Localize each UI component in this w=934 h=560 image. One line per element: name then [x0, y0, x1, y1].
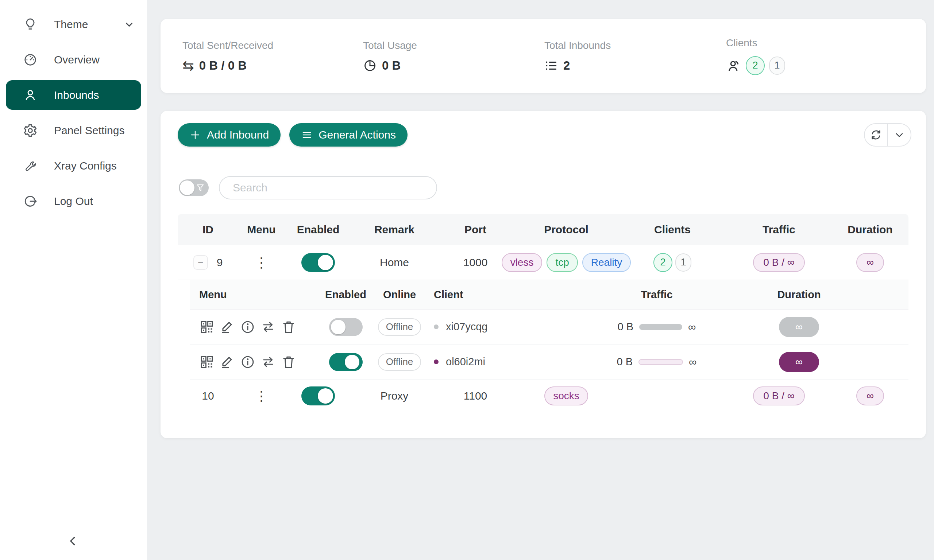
refresh-icon [869, 128, 883, 142]
protocol-tag: vless [502, 253, 543, 272]
toggle-knob [331, 320, 345, 334]
traffic-limit: ∞ [688, 321, 696, 333]
general-actions-button[interactable]: General Actions [289, 123, 407, 146]
inbounds-card: Add Inbound General Actions [160, 111, 926, 438]
pie-chart-icon [363, 59, 377, 72]
traffic-cell: 0 B ∞ [575, 321, 739, 333]
traffic-limit: ∞ [689, 356, 697, 368]
sidebar-menu: Theme Overview Inbounds Panel Settings [0, 0, 147, 219]
refresh-button[interactable] [865, 124, 888, 146]
enabled-toggle[interactable] [301, 386, 335, 405]
search-input[interactable] [219, 176, 437, 199]
sidebar-item-theme[interactable]: Theme [0, 6, 147, 42]
stat-value: 0 B / 0 B [199, 59, 247, 72]
menu-cell: ⋮ [238, 389, 285, 403]
sidebar-item-label: Xray Configs [54, 160, 117, 172]
sidebar-item-log-out[interactable]: Log Out [0, 183, 147, 219]
sidebar-item-xray-configs[interactable]: Xray Configs [0, 148, 147, 183]
enabled-cell [285, 253, 352, 272]
kebab-menu-icon[interactable]: ⋮ [255, 255, 268, 269]
client-enabled-toggle[interactable] [329, 353, 363, 371]
traffic-progress-bar [639, 324, 682, 330]
stat-total-usage: Total Usage 0 B [363, 40, 544, 72]
info-icon[interactable] [240, 354, 255, 370]
id-cell: − 9 [178, 255, 238, 270]
sidebar-collapse-button[interactable] [63, 531, 83, 551]
filter-toggle[interactable] [179, 179, 209, 196]
remark-cell: Proxy [352, 390, 437, 402]
reset-traffic-icon[interactable] [260, 354, 276, 370]
traffic-cell: 0 B ∞ [575, 356, 739, 368]
sidebar-item-panel-settings[interactable]: Panel Settings [0, 113, 147, 148]
minus-icon: − [198, 257, 203, 268]
duration-pill: ∞ [779, 352, 819, 372]
sidebar-item-inbounds[interactable]: Inbounds [6, 80, 141, 110]
duration-cell: ∞ [832, 386, 908, 405]
chevron-left-icon [66, 534, 80, 548]
refresh-button-group [864, 123, 911, 146]
enabled-cell [321, 318, 370, 336]
stats-card: Total Sent/Received ⇆ 0 B / 0 B Total Us… [160, 19, 926, 93]
traffic-used: 0 B [618, 321, 634, 333]
add-inbound-label: Add Inbound [207, 129, 269, 141]
wrench-icon [23, 158, 38, 174]
subcol-header-online: Online [370, 289, 429, 301]
add-inbound-button[interactable]: Add Inbound [178, 123, 281, 146]
chevron-down-icon [894, 129, 905, 141]
inbounds-toolbar: Add Inbound General Actions [160, 111, 926, 159]
collapse-row-button[interactable]: − [193, 255, 208, 270]
logout-icon [23, 194, 38, 209]
info-icon[interactable] [240, 319, 255, 335]
edit-pencil-icon[interactable] [220, 354, 235, 370]
traffic-cell: 0 B / ∞ [726, 253, 832, 272]
clients-deactive-badge: 1 [769, 57, 785, 75]
col-header-clients: Clients [619, 223, 726, 236]
sidebar-item-label: Panel Settings [54, 124, 125, 137]
plus-icon [190, 129, 201, 141]
enabled-cell [321, 353, 370, 371]
duration-cell: ∞ [739, 317, 859, 337]
client-row: Offline xi07ycqg 0 B ∞ ∞ [190, 309, 908, 345]
duration-pill: ∞ [856, 386, 884, 405]
duration-cell: ∞ [832, 253, 908, 272]
col-header-menu: Menu [238, 223, 285, 236]
gear-icon [23, 123, 38, 138]
stat-value: 0 B [382, 59, 401, 72]
stat-label: Clients [726, 37, 926, 49]
enabled-toggle[interactable] [301, 253, 335, 272]
gauge-icon [23, 52, 38, 68]
col-header-duration: Duration [832, 223, 908, 236]
traffic-progress-bar [638, 359, 683, 365]
refresh-dropdown-button[interactable] [888, 124, 911, 146]
toggle-knob [180, 180, 194, 195]
qr-code-icon[interactable] [199, 354, 214, 370]
kebab-menu-icon[interactable]: ⋮ [255, 389, 268, 403]
search-row [160, 159, 926, 199]
subcol-header-traffic: Traffic [575, 289, 739, 301]
traffic-pill: 0 B / ∞ [753, 253, 805, 272]
sidebar-item-overview[interactable]: Overview [0, 42, 147, 77]
client-row: Offline ol60i2mi 0 B ∞ ∞ [190, 345, 908, 380]
delete-trash-icon[interactable] [281, 354, 296, 370]
person-icon [23, 88, 38, 103]
funnel-icon [195, 183, 205, 193]
stat-label: Total Sent/Received [182, 40, 363, 51]
table-row: 10 ⋮ Proxy 1100 socks 0 B / ∞ ∞ [178, 380, 908, 412]
sidebar-item-label: Inbounds [54, 89, 99, 102]
col-header-enabled: Enabled [285, 223, 352, 236]
col-header-port: Port [437, 223, 514, 236]
protocol-cell: socks [514, 386, 619, 405]
stat-value: 2 [563, 59, 570, 72]
clients-cell: 2 1 [619, 253, 726, 272]
duration-cell: ∞ [739, 352, 859, 372]
client-enabled-toggle[interactable] [329, 318, 363, 336]
edit-pencil-icon[interactable] [220, 319, 235, 335]
reset-traffic-icon[interactable] [260, 319, 276, 335]
col-header-id: ID [178, 223, 238, 236]
delete-trash-icon[interactable] [281, 319, 296, 335]
qr-code-icon[interactable] [199, 319, 214, 335]
stat-clients: Clients 2 1 [726, 37, 926, 75]
sidebar-item-label: Overview [54, 54, 100, 66]
col-header-traffic: Traffic [726, 223, 832, 236]
clients-online-badge: 2 [746, 56, 765, 75]
